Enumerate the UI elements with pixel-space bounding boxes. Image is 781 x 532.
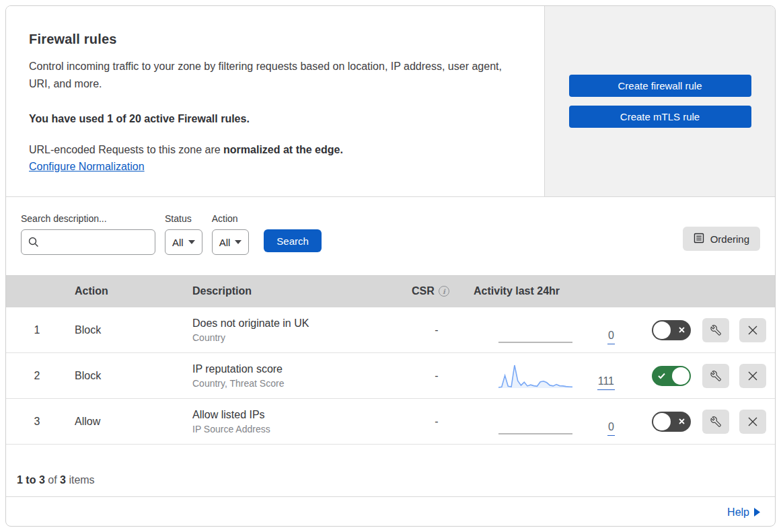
activity-count-link[interactable]: 0 <box>607 421 615 436</box>
edit-rule-button[interactable] <box>702 364 729 388</box>
chevron-down-icon <box>188 240 195 244</box>
delete-rule-button[interactable] <box>739 318 766 342</box>
delete-rule-button[interactable] <box>739 410 766 434</box>
search-label: Search description... <box>21 213 155 224</box>
activity-count-link[interactable]: 111 <box>597 375 615 390</box>
column-csr-label: CSR <box>412 285 435 297</box>
close-icon <box>747 325 758 336</box>
toggle-knob <box>653 413 671 430</box>
of-text: of <box>45 474 60 486</box>
status-dropdown-value: All <box>172 237 184 248</box>
rule-fields: Country <box>192 332 406 343</box>
toggle-knob <box>672 367 690 385</box>
create-firewall-rule-button[interactable]: Create firewall rule <box>569 75 751 97</box>
check-icon <box>658 373 665 379</box>
pagination-summary: 1 to 3 of 3 items <box>6 445 775 496</box>
rule-action: Allow <box>68 416 186 428</box>
close-icon <box>747 416 758 427</box>
wrench-icon <box>710 371 721 381</box>
ordering-button[interactable]: Ordering <box>683 227 760 251</box>
rule-enabled-toggle[interactable] <box>652 366 691 386</box>
help-link[interactable]: Help <box>727 506 760 519</box>
table-row: 2 Block IP reputation score Country, Thr… <box>6 353 775 399</box>
wrench-icon <box>710 325 721 336</box>
info-icon[interactable]: i <box>439 286 449 297</box>
filter-bar: Search description... Status All Action … <box>6 197 775 275</box>
ordering-list-icon <box>694 233 704 245</box>
table-header: Action Description CSR i Activity last 2… <box>6 275 775 307</box>
search-icon <box>28 237 39 250</box>
page-title: Firewall rules <box>29 32 517 47</box>
rule-priority: 2 <box>6 370 68 382</box>
rule-action: Block <box>68 370 186 382</box>
rule-description: Allow listed IPs <box>192 409 406 421</box>
rule-enabled-toggle[interactable] <box>652 412 691 432</box>
intro-panel: Firewall rules Control incoming traffic … <box>6 6 545 196</box>
firewall-rules-card: Firewall rules Control incoming traffic … <box>5 5 776 527</box>
usage-notice: You have used 1 of 20 active Firewall ru… <box>29 113 517 125</box>
search-input[interactable] <box>21 229 155 255</box>
activity-sparkline <box>498 362 572 390</box>
rule-enabled-toggle[interactable] <box>652 320 691 340</box>
normalization-bold: normalized at the edge. <box>223 144 343 155</box>
action-label: Action <box>212 213 250 224</box>
table-row: 1 Block Does not originate in UK Country… <box>6 307 775 353</box>
action-dropdown-value: All <box>219 237 231 248</box>
delete-rule-button[interactable] <box>739 364 766 388</box>
normalization-notice: URL-encoded Requests to this zone are no… <box>29 144 517 156</box>
wrench-icon <box>710 416 721 427</box>
configure-normalization-link[interactable]: Configure Normalization <box>29 161 145 173</box>
chevron-down-icon <box>235 240 241 244</box>
rule-csr-value: - <box>406 416 467 428</box>
activity-sparkline <box>498 316 572 344</box>
normalization-text: URL-encoded Requests to this zone are <box>29 144 223 155</box>
rule-action: Block <box>68 324 186 336</box>
table-row: 3 Allow Allow listed IPs IP Source Addre… <box>6 399 775 445</box>
rule-csr-value: - <box>406 370 467 382</box>
total-count: 3 <box>60 474 66 486</box>
rule-priority: 3 <box>6 416 68 428</box>
items-text: items <box>66 474 95 486</box>
search-button[interactable]: Search <box>264 229 322 252</box>
activity-sparkline <box>498 408 572 436</box>
edit-rule-button[interactable] <box>702 410 729 434</box>
help-bar: Help <box>6 496 775 527</box>
ordering-button-label: Ordering <box>710 233 749 245</box>
close-icon <box>747 371 758 381</box>
range-text: 1 to 3 <box>17 474 45 486</box>
toggle-knob <box>653 321 671 339</box>
help-link-label: Help <box>727 506 749 519</box>
action-dropdown[interactable]: All <box>212 229 250 255</box>
status-dropdown[interactable]: All <box>165 229 202 255</box>
column-description: Description <box>186 285 406 297</box>
rule-fields: IP Source Address <box>192 424 406 434</box>
rule-csr-value: - <box>406 324 467 336</box>
rule-priority: 1 <box>6 324 68 336</box>
cta-panel: Create firewall rule Create mTLS rule <box>545 6 775 196</box>
column-activity: Activity last 24hr <box>467 285 620 297</box>
status-label: Status <box>165 213 202 224</box>
page-description: Control incoming traffic to your zone by… <box>29 58 503 93</box>
x-icon <box>679 418 685 424</box>
column-csr: CSR i <box>406 285 467 297</box>
rule-fields: Country, Threat Score <box>192 378 406 389</box>
activity-count-link[interactable]: 0 <box>607 330 615 344</box>
arrow-right-icon <box>754 508 760 517</box>
edit-rule-button[interactable] <box>702 318 729 342</box>
rule-description: Does not originate in UK <box>192 317 406 330</box>
header-section: Firewall rules Control incoming traffic … <box>6 6 775 197</box>
rule-description: IP reputation score <box>192 363 406 375</box>
column-action: Action <box>68 285 186 297</box>
x-icon <box>679 327 685 333</box>
create-mtls-rule-button[interactable]: Create mTLS rule <box>569 106 751 128</box>
